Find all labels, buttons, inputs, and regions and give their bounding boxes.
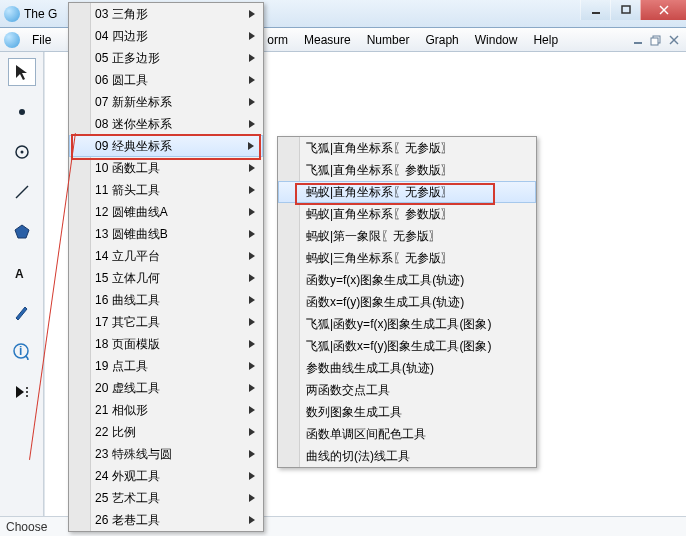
submenu-item[interactable]: 飞狐|直角坐标系〖参数版〗: [278, 159, 536, 181]
dropdown-item[interactable]: 20 虚线工具: [69, 377, 263, 399]
submenu-item[interactable]: 蚂蚁|三角坐标系〖无参版〗: [278, 247, 536, 269]
submenu-item-label: 函数y=f(x)图象生成工具(轨迹): [306, 272, 464, 289]
dropdown-item[interactable]: 03 三角形: [69, 3, 263, 25]
svg-marker-13: [15, 225, 29, 238]
submenu-arrow-icon: [249, 491, 255, 505]
dropdown-item-label: 14 立几平台: [95, 248, 160, 265]
dropdown-item-label: 13 圆锥曲线B: [95, 226, 168, 243]
svg-point-11: [20, 151, 23, 154]
submenu-item[interactable]: 蚂蚁|直角坐标系〖无参版〗: [278, 181, 536, 203]
custom-tool-icon[interactable]: [8, 378, 36, 406]
submenu-item-label: 飞狐|直角坐标系〖参数版〗: [306, 162, 453, 179]
doc-icon: [4, 32, 20, 48]
submenu-arrow-icon: [249, 469, 255, 483]
dropdown-item-label: 09 经典坐标系: [95, 138, 172, 155]
menu-window[interactable]: Window: [467, 28, 526, 51]
text-tool-icon[interactable]: A: [8, 258, 36, 286]
dropdown-item[interactable]: 09 经典坐标系: [69, 135, 263, 157]
submenu-item[interactable]: 函数y=f(x)图象生成工具(轨迹): [278, 269, 536, 291]
menu-file[interactable]: File: [24, 28, 59, 51]
submenu-item[interactable]: 曲线的切(法)线工具: [278, 445, 536, 467]
submenu-arrow-icon: [249, 7, 255, 21]
minimize-button[interactable]: [580, 0, 610, 20]
submenu-item[interactable]: 蚂蚁|第一象限〖无参版〗: [278, 225, 536, 247]
submenu-item-label: 蚂蚁|第一象限〖无参版〗: [306, 228, 441, 245]
mdi-close-icon[interactable]: [666, 32, 682, 48]
menu-graph[interactable]: Graph: [417, 28, 466, 51]
submenu-item-label: 函数x=f(y)图象生成工具(轨迹): [306, 294, 464, 311]
dropdown-item[interactable]: 26 老巷工具: [69, 509, 263, 531]
submenu-arrow-icon: [249, 271, 255, 285]
submenu-item[interactable]: 数列图象生成工具: [278, 401, 536, 423]
info-tool-icon[interactable]: i: [8, 338, 36, 366]
submenu-arrow-icon: [249, 359, 255, 373]
dropdown-item[interactable]: 06 圆工具: [69, 69, 263, 91]
svg-point-9: [19, 109, 25, 115]
dropdown-item[interactable]: 07 新新坐标系: [69, 91, 263, 113]
submenu-arrow-icon: [249, 51, 255, 65]
dropdown-item[interactable]: 15 立体几何: [69, 267, 263, 289]
dropdown-item[interactable]: 04 四边形: [69, 25, 263, 47]
dropdown-item[interactable]: 23 特殊线与圆: [69, 443, 263, 465]
circle-tool-icon[interactable]: [8, 138, 36, 166]
dropdown-item-label: 12 圆锥曲线A: [95, 204, 168, 221]
submenu-item[interactable]: 函数x=f(y)图象生成工具(轨迹): [278, 291, 536, 313]
dropdown-item[interactable]: 16 曲线工具: [69, 289, 263, 311]
dropdown-item[interactable]: 08 迷你坐标系: [69, 113, 263, 135]
dropdown-item-label: 25 艺术工具: [95, 490, 160, 507]
dropdown-item[interactable]: 19 点工具: [69, 355, 263, 377]
close-button[interactable]: [640, 0, 686, 20]
menu-help[interactable]: Help: [525, 28, 566, 51]
polygon-tool-icon[interactable]: [8, 218, 36, 246]
svg-point-17: [26, 387, 28, 389]
line-tool-icon[interactable]: [8, 178, 36, 206]
dropdown-item[interactable]: 05 正多边形: [69, 47, 263, 69]
submenu-item-label: 蚂蚁|直角坐标系〖参数版〗: [306, 206, 453, 223]
submenu-arrow-icon: [249, 381, 255, 395]
dropdown-item[interactable]: 21 相似形: [69, 399, 263, 421]
dropdown-item[interactable]: 25 艺术工具: [69, 487, 263, 509]
dropdown-item[interactable]: 11 箭头工具: [69, 179, 263, 201]
dropdown-item[interactable]: 24 外观工具: [69, 465, 263, 487]
submenu-arrow-icon: [249, 249, 255, 263]
submenu-item[interactable]: 蚂蚁|直角坐标系〖参数版〗: [278, 203, 536, 225]
menu-measure[interactable]: Measure: [296, 28, 359, 51]
submenu-item[interactable]: 参数曲线生成工具(轨迹): [278, 357, 536, 379]
submenu-item-label: 蚂蚁|三角坐标系〖无参版〗: [306, 250, 453, 267]
submenu-item[interactable]: 两函数交点工具: [278, 379, 536, 401]
svg-point-19: [26, 395, 28, 397]
submenu-item-label: 飞狐|函数y=f(x)图象生成工具(图象): [306, 316, 491, 333]
maximize-button[interactable]: [610, 0, 640, 20]
dropdown-item-label: 23 特殊线与圆: [95, 446, 172, 463]
point-tool-icon[interactable]: [8, 98, 36, 126]
dropdown-item[interactable]: 22 比例: [69, 421, 263, 443]
dropdown-item-label: 18 页面模版: [95, 336, 160, 353]
dropdown-item[interactable]: 14 立几平台: [69, 245, 263, 267]
submenu-arrow-icon: [249, 73, 255, 87]
submenu-arrow-icon: [249, 337, 255, 351]
dropdown-item[interactable]: 10 函数工具: [69, 157, 263, 179]
menu-transform[interactable]: orm: [259, 28, 296, 51]
dropdown-item-label: 17 其它工具: [95, 314, 160, 331]
dropdown-item[interactable]: 18 页面模版: [69, 333, 263, 355]
menu-number[interactable]: Number: [359, 28, 418, 51]
tool-palette: A i: [0, 52, 44, 536]
submenu-item[interactable]: 飞狐|函数y=f(x)图象生成工具(图象): [278, 313, 536, 335]
arrow-tool-icon[interactable]: [8, 58, 36, 86]
submenu-item-label: 参数曲线生成工具(轨迹): [306, 360, 434, 377]
dropdown-item[interactable]: 12 圆锥曲线A: [69, 201, 263, 223]
submenu-item[interactable]: 飞狐|直角坐标系〖无参版〗: [278, 137, 536, 159]
dropdown-item[interactable]: 17 其它工具: [69, 311, 263, 333]
pen-tool-icon[interactable]: [8, 298, 36, 326]
svg-text:i: i: [19, 344, 22, 358]
status-text: Choose: [6, 520, 47, 534]
dropdown-item-label: 06 圆工具: [95, 72, 148, 89]
dropdown-item[interactable]: 13 圆锥曲线B: [69, 223, 263, 245]
dropdown-item-label: 05 正多边形: [95, 50, 160, 67]
mdi-minimize-icon[interactable]: [630, 32, 646, 48]
mdi-restore-icon[interactable]: [648, 32, 664, 48]
submenu-item[interactable]: 飞狐|函数x=f(y)图象生成工具(图象): [278, 335, 536, 357]
submenu-item-label: 蚂蚁|直角坐标系〖无参版〗: [306, 184, 453, 201]
submenu-arrow-icon: [249, 95, 255, 109]
submenu-item[interactable]: 函数单调区间配色工具: [278, 423, 536, 445]
